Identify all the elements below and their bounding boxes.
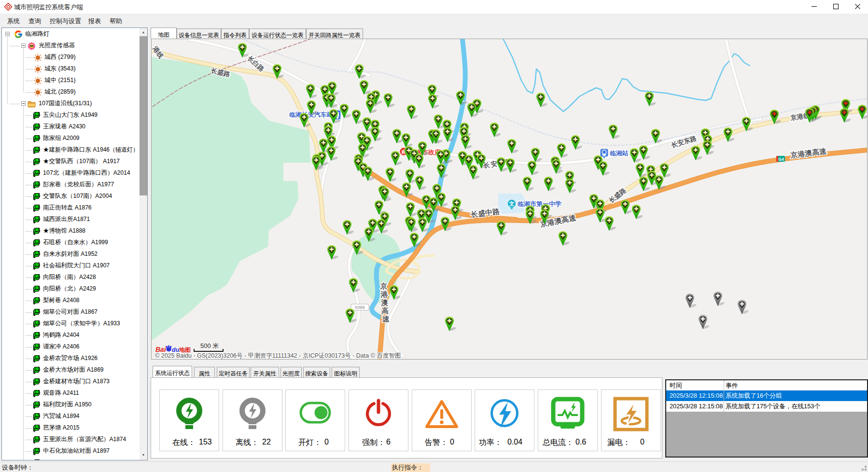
- svg-text:京: 京: [380, 282, 388, 290]
- svg-text:© 2025 Baidu - GS(2023)3206号 -: © 2025 Baidu - GS(2023)3206号 - 甲测资字11111…: [155, 352, 401, 359]
- svg-text:临湘站: 临湘站: [610, 150, 629, 157]
- svg-text:高: 高: [382, 306, 389, 315]
- svg-text:临湘市第一中学: 临湘市第一中学: [518, 200, 561, 208]
- svg-text:澳: 澳: [381, 298, 389, 306]
- svg-text:G4: G4: [778, 157, 784, 162]
- svg-text:500 米: 500 米: [200, 342, 219, 349]
- svg-text:港: 港: [380, 290, 389, 298]
- svg-text:速: 速: [382, 315, 390, 323]
- svg-text:文: 文: [509, 201, 515, 207]
- svg-text:X089: X089: [354, 305, 364, 310]
